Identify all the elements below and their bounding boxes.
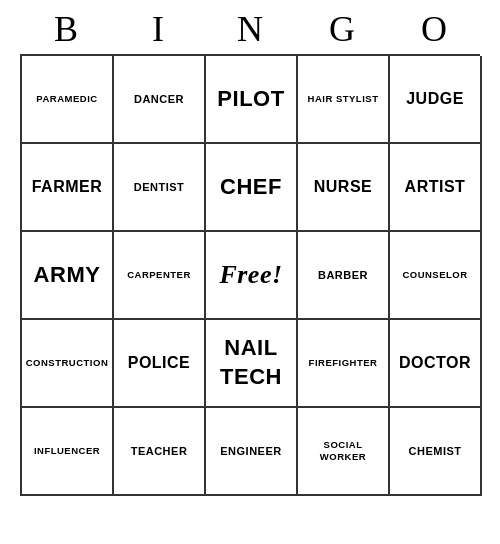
cell-label: CHEMIST: [409, 444, 462, 458]
header-letter: N: [206, 8, 294, 50]
cell-r1-c3: NURSE: [298, 144, 390, 232]
cell-r0-c3: HAIR STYLIST: [298, 56, 390, 144]
cell-label: CHEF: [220, 173, 282, 202]
cell-r2-c1: CARPENTER: [114, 232, 206, 320]
cell-label: ARTIST: [405, 177, 466, 198]
cell-label: TEACHER: [131, 444, 188, 458]
cell-r4-c1: TEACHER: [114, 408, 206, 496]
cell-r2-c0: ARMY: [22, 232, 114, 320]
cell-r2-c4: COUNSELOR: [390, 232, 482, 320]
cell-r0-c4: JUDGE: [390, 56, 482, 144]
cell-r4-c3: SOCIAL WORKER: [298, 408, 390, 496]
cell-label: CONSTRUCTION: [26, 357, 109, 369]
cell-r4-c0: INFLUENCER: [22, 408, 114, 496]
cell-r3-c3: FIREFIGHTER: [298, 320, 390, 408]
cell-r2-c3: BARBER: [298, 232, 390, 320]
cell-label: DANCER: [134, 92, 184, 106]
cell-r1-c0: FARMER: [22, 144, 114, 232]
cell-label: PILOT: [217, 85, 284, 114]
cell-label: ARMY: [34, 261, 101, 290]
cell-label: INFLUENCER: [34, 445, 100, 457]
cell-label: HAIR STYLIST: [308, 93, 379, 105]
bingo-header: BINGO: [20, 8, 480, 50]
cell-r1-c2: CHEF: [206, 144, 298, 232]
header-letter: O: [390, 8, 478, 50]
cell-r0-c2: PILOT: [206, 56, 298, 144]
cell-r4-c2: ENGINEER: [206, 408, 298, 496]
cell-label: Free!: [219, 258, 282, 292]
cell-label: POLICE: [128, 353, 191, 374]
cell-label: NAIL TECH: [210, 334, 292, 391]
cell-label: NURSE: [314, 177, 373, 198]
bingo-grid: PARAMEDICDANCERPILOTHAIR STYLISTJUDGEFAR…: [20, 54, 480, 496]
cell-label: PARAMEDIC: [36, 93, 97, 105]
cell-r4-c4: CHEMIST: [390, 408, 482, 496]
cell-r0-c1: DANCER: [114, 56, 206, 144]
cell-label: FARMER: [32, 177, 103, 198]
header-letter: I: [114, 8, 202, 50]
cell-r1-c1: DENTIST: [114, 144, 206, 232]
cell-label: COUNSELOR: [402, 269, 467, 281]
cell-r0-c0: PARAMEDIC: [22, 56, 114, 144]
cell-label: DOCTOR: [399, 353, 471, 374]
cell-r3-c4: DOCTOR: [390, 320, 482, 408]
cell-label: CARPENTER: [127, 269, 191, 281]
cell-r3-c2: NAIL TECH: [206, 320, 298, 408]
cell-r2-c2: Free!: [206, 232, 298, 320]
cell-r1-c4: ARTIST: [390, 144, 482, 232]
cell-label: ENGINEER: [220, 444, 281, 458]
cell-label: FIREFIGHTER: [309, 357, 378, 369]
cell-r3-c1: POLICE: [114, 320, 206, 408]
cell-label: BARBER: [318, 268, 368, 282]
cell-label: SOCIAL WORKER: [302, 439, 384, 464]
cell-label: DENTIST: [134, 180, 185, 194]
cell-r3-c0: CONSTRUCTION: [22, 320, 114, 408]
header-letter: B: [22, 8, 110, 50]
header-letter: G: [298, 8, 386, 50]
cell-label: JUDGE: [406, 89, 464, 110]
